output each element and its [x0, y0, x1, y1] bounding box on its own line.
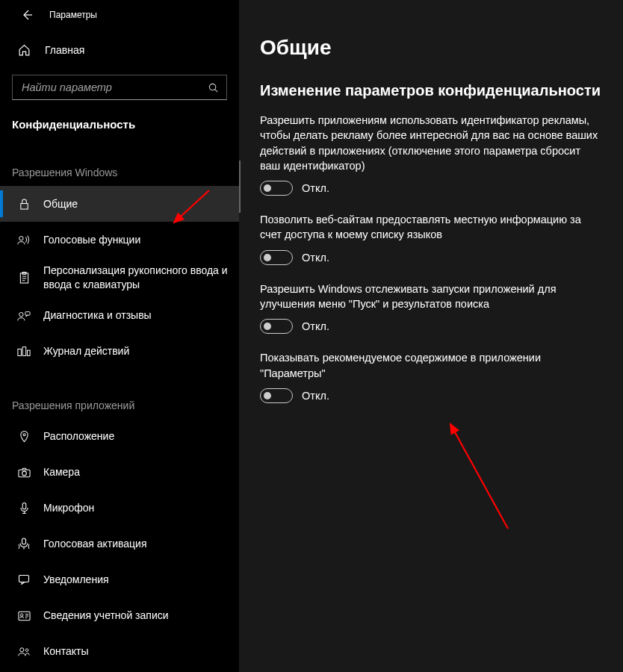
nav-item-location[interactable]: Расположение — [0, 419, 239, 455]
search-box[interactable] — [12, 75, 227, 100]
nav-item-account-info[interactable]: Сведения учетной записи — [0, 598, 239, 634]
content-pane: Общие Изменение параметров конфиденциаль… — [239, 0, 623, 672]
svg-rect-6 — [25, 311, 30, 315]
nav-label: Общие — [43, 197, 78, 211]
nav-label: Камера — [43, 465, 80, 479]
nav-label: Уведомления — [43, 573, 109, 587]
home-link[interactable]: Главная — [0, 33, 239, 67]
svg-rect-13 — [22, 503, 26, 508]
arrow-left-icon — [21, 9, 33, 21]
notifications-icon — [16, 574, 31, 585]
nav-item-speech[interactable]: Голосовые функции — [0, 222, 239, 258]
svg-point-5 — [19, 312, 23, 316]
svg-rect-14 — [22, 538, 26, 544]
sidebar: Параметры Главная Конфиденциальность Раз… — [0, 0, 239, 672]
setting-description: Разрешить Windows отслеживать запуски пр… — [260, 281, 604, 312]
page-heading: Общие — [260, 36, 605, 60]
toggle-switch[interactable] — [260, 388, 293, 403]
nav-label: Голосовые функции — [43, 233, 140, 247]
setting-description: Показывать рекомендуемое содержимое в пр… — [260, 350, 604, 381]
nav-label: Расположение — [43, 429, 114, 444]
search-icon — [208, 82, 219, 93]
toggle-state: Откл. — [302, 252, 329, 264]
svg-point-2 — [19, 237, 23, 240]
search-input[interactable] — [22, 81, 186, 93]
toggle-row: Откл. — [260, 319, 605, 334]
location-icon — [16, 430, 31, 444]
camera-icon — [16, 467, 31, 478]
setting-description: Позволить веб-сайтам предоставлять местн… — [260, 212, 604, 243]
nav-label: Журнал действий — [43, 344, 129, 358]
setting-app-launch-tracking: Разрешить Windows отслеживать запуски пр… — [260, 281, 605, 335]
setting-description: Разрешить приложениям использовать идент… — [260, 113, 604, 173]
nav-item-ink-typing[interactable]: Персонализация рукописного ввода и ввода… — [0, 258, 239, 298]
speech-icon — [16, 234, 31, 246]
account-info-icon — [16, 611, 31, 621]
toggle-switch[interactable] — [260, 250, 293, 265]
group-title-windows-permissions: Разрешения Windows — [0, 137, 239, 186]
svg-point-18 — [20, 648, 24, 652]
toggle-switch[interactable] — [260, 181, 293, 196]
nav-item-diagnostics[interactable]: Диагностика и отзывы — [0, 298, 239, 334]
nav-item-activity-history[interactable]: Журнал действий — [0, 334, 239, 370]
toggle-row: Откл. — [260, 181, 605, 196]
nav-item-notifications[interactable]: Уведомления — [0, 562, 239, 598]
feedback-icon — [16, 310, 31, 322]
home-icon — [16, 44, 31, 57]
nav-item-camera[interactable]: Камера — [0, 455, 239, 491]
nav-label: Сведения учетной записи — [43, 609, 169, 623]
toggle-state: Откл. — [302, 320, 329, 332]
section-heading: Изменение параметров конфиденциальности — [260, 82, 605, 99]
toggle-state: Откл. — [302, 182, 329, 194]
app-title: Параметры — [49, 10, 97, 20]
nav-label: Контакты — [43, 644, 88, 659]
nav-item-general[interactable]: Общие — [0, 186, 239, 222]
activity-history-icon — [16, 346, 31, 358]
svg-point-0 — [209, 84, 215, 90]
clipboard-icon — [16, 271, 31, 284]
toggle-row: Откл. — [260, 388, 605, 403]
scrollbar[interactable] — [239, 161, 241, 213]
svg-point-12 — [22, 471, 26, 476]
category-title: Конфиденциальность — [0, 108, 239, 137]
home-label: Главная — [45, 44, 84, 56]
nav-label: Персонализация рукописного ввода и ввода… — [43, 264, 232, 292]
svg-rect-8 — [22, 346, 26, 355]
setting-website-language-list: Позволить веб-сайтам предоставлять местн… — [260, 212, 605, 265]
nav-item-contacts[interactable]: Контакты — [0, 634, 239, 670]
lock-icon — [16, 198, 31, 211]
toggle-switch[interactable] — [260, 319, 293, 334]
svg-point-19 — [25, 649, 28, 652]
svg-point-17 — [20, 614, 22, 616]
microphone-icon — [16, 502, 31, 515]
svg-rect-9 — [28, 350, 31, 355]
titlebar: Параметры — [0, 0, 239, 33]
toggle-state: Откл. — [302, 390, 329, 402]
back-button[interactable] — [19, 7, 34, 22]
voice-activation-icon — [16, 538, 31, 551]
setting-advertising-id: Разрешить приложениям использовать идент… — [260, 113, 605, 196]
svg-rect-15 — [19, 576, 29, 582]
nav-item-microphone[interactable]: Микрофон — [0, 491, 239, 526]
group-title-app-permissions: Разрешения приложений — [0, 370, 239, 419]
svg-rect-1 — [20, 203, 27, 209]
setting-suggested-content: Показывать рекомендуемое содержимое в пр… — [260, 350, 605, 403]
svg-rect-7 — [18, 349, 22, 355]
toggle-row: Откл. — [260, 250, 605, 265]
contacts-icon — [16, 646, 31, 657]
svg-point-10 — [23, 433, 25, 435]
nav-label: Голосовая активация — [43, 537, 147, 551]
nav-label: Диагностика и отзывы — [43, 308, 152, 323]
search-container — [0, 67, 239, 108]
nav-item-voice-activation[interactable]: Голосовая активация — [0, 526, 239, 562]
nav-label: Микрофон — [43, 501, 94, 515]
